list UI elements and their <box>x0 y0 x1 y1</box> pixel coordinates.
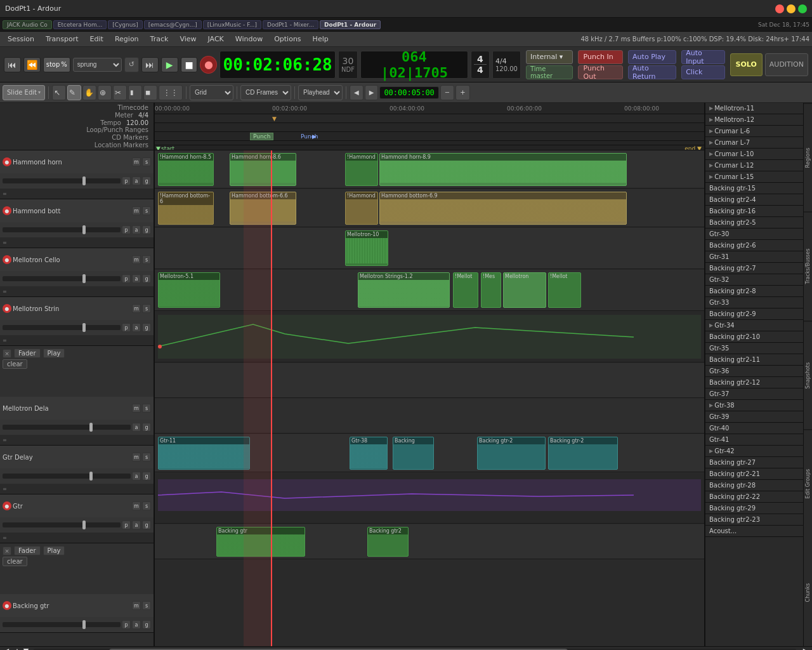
right-track-backing-gtr28[interactable]: Backing gtr-28 <box>705 480 804 491</box>
slide-edit-button[interactable]: Slide Edit ▾ <box>3 85 45 100</box>
menu-view[interactable]: View <box>174 34 201 44</box>
playlist-mellotron-cello[interactable]: p <box>122 274 131 283</box>
right-track-mellotron-11[interactable]: Mellotron-11 <box>705 103 804 114</box>
right-track-gtr37[interactable]: Gtr-37 <box>705 388 804 400</box>
ffwd-button[interactable]: ⏭ <box>141 57 159 72</box>
rec-hammond-bott[interactable]: ● <box>3 206 11 215</box>
menu-track[interactable]: Track <box>145 34 174 44</box>
tab-jack[interactable]: JACK Audio Co <box>3 20 52 29</box>
playhead-select[interactable]: Playhead Mouse Scroll <box>298 85 343 100</box>
expand-hammond-bott[interactable]: ≡ <box>0 237 154 248</box>
right-track-backing-gtr2-11[interactable]: Backing gtr2-11 <box>705 354 804 366</box>
auto-mellotron-delay[interactable]: a <box>132 423 141 432</box>
cd-frames-select[interactable]: CD Frames Beats Bars <box>240 85 291 100</box>
fader2-play-button[interactable]: Play <box>43 546 65 555</box>
menu-session[interactable]: Session <box>3 34 39 44</box>
side-tab-chunks[interactable]: Chunks <box>804 538 812 646</box>
fader1-clear-button[interactable]: clear <box>3 359 27 369</box>
right-track-backing-gtr2-6[interactable]: Backing gtr2-6 <box>705 240 804 251</box>
right-track-backing-gtr2-4[interactable]: Backing gtr2-4 <box>705 194 804 206</box>
clip-hammond-horn-partial[interactable]: !Hammond <box>345 153 378 186</box>
pencil-tool-button[interactable]: ✎ <box>67 85 81 100</box>
clip-gtr-11[interactable]: Gtr-11 <box>158 437 250 470</box>
side-tab-snapshots[interactable]: Snapshots <box>804 321 812 429</box>
clip-hammond-bott-6-9[interactable]: Hammond bottom-6.9 <box>379 192 627 225</box>
stop-button[interactable]: stop % <box>43 57 70 72</box>
menu-edit[interactable]: Edit <box>85 34 108 44</box>
menu-region[interactable]: Region <box>110 34 144 44</box>
auto-play-button[interactable]: Auto Play <box>628 50 676 64</box>
rewind-button[interactable]: ⏮ <box>4 57 21 72</box>
auto-hammond-horn[interactable]: a <box>132 176 141 185</box>
right-track-backing-gtr2-10[interactable]: Backing gtr2-10 <box>705 331 804 343</box>
rec-gtr[interactable]: ● <box>3 501 11 510</box>
tab-emacs[interactable]: [emacs@Cygn...] <box>144 20 202 29</box>
fader1-play-button[interactable]: Play <box>43 348 65 358</box>
group-gtr-delay[interactable]: g <box>142 472 151 481</box>
right-track-backing-gtr2-23[interactable]: Backing gtr2-23 <box>705 514 804 526</box>
clip-mellotron-10[interactable]: Mellotron-10 <box>345 230 388 266</box>
tracks-canvas[interactable]: !Hammond horn-8.5 Hammond horn-8.6 !Hamm… <box>155 150 704 646</box>
right-track-backing-gtr2-21[interactable]: Backing gtr2-21 <box>705 468 804 480</box>
expand-hammond-horn[interactable]: ≡ <box>0 189 154 199</box>
next-marker-button[interactable]: ▶ <box>365 85 379 100</box>
auto-mellotron-strings[interactable]: a <box>132 323 141 332</box>
right-track-crumar-l15[interactable]: Crumar L-15 <box>705 171 804 183</box>
menu-help[interactable]: Help <box>308 34 334 44</box>
right-track-gtr38[interactable]: Gtr-38 <box>705 400 804 411</box>
clip-hammond-horn-8-9[interactable]: Hammond horn-8.9 <box>379 153 627 186</box>
expand-mellotron-delay[interactable]: ≡ <box>0 435 154 445</box>
right-track-gtr42[interactable]: Gtr-42 <box>705 446 804 457</box>
grid-select[interactable]: Grid No Grid Magnetic <box>190 85 233 100</box>
auto-input-button[interactable]: Auto Input <box>681 50 724 64</box>
clip-mellotron-partial3[interactable]: Mellotron <box>503 272 546 308</box>
right-track-gtr33[interactable]: Gtr-33 <box>705 297 804 308</box>
solo-mellotron-delay[interactable]: s <box>142 404 151 413</box>
clip-gtr-38[interactable]: Gtr-38 <box>350 437 388 470</box>
auto-return-button[interactable]: Auto Return <box>628 65 676 79</box>
group-mellotron-strings[interactable]: g <box>142 323 151 332</box>
cursor-tool-button[interactable]: ↖ <box>52 85 66 100</box>
internal-button[interactable]: Internal ▾ <box>526 50 573 64</box>
side-tab-regions[interactable]: Regions <box>804 103 812 211</box>
expand-mellotron-strings[interactable]: ≡ <box>0 335 154 345</box>
right-track-gtr32[interactable]: Gtr-32 <box>705 274 804 286</box>
fader-gtr-delay[interactable] <box>3 474 131 479</box>
time-master-button[interactable]: Time master <box>526 65 573 79</box>
expand-gtr[interactable]: ≡ <box>0 533 154 543</box>
clip-mellotron-partial1[interactable]: !Mellot <box>453 272 478 308</box>
right-track-gtr30[interactable]: Gtr-30 <box>705 229 804 240</box>
side-tab-tracks-busses[interactable]: Tracks/Busses <box>804 211 812 320</box>
clip-mellotron-strings-1-2[interactable]: Mellotron Strings-1.2 <box>358 272 450 308</box>
click-button[interactable]: Click <box>681 65 724 79</box>
group-mellotron-cello[interactable]: g <box>142 274 151 283</box>
right-track-backing-gtr2-22[interactable]: Backing gtr2-22 <box>705 491 804 503</box>
right-track-crumar-l12[interactable]: Crumar L-12 <box>705 160 804 171</box>
right-track-backing-gtr2-9[interactable]: Backing gtr2-9 <box>705 308 804 320</box>
cut-tool-button[interactable]: ✂ <box>113 85 127 100</box>
menu-transport[interactable]: Transport <box>41 34 84 44</box>
fader-mellotron-cello[interactable] <box>3 276 121 281</box>
right-track-gtr41[interactable]: Gtr-41 <box>705 434 804 446</box>
playlist-hammond-horn[interactable]: p <box>122 176 131 185</box>
right-track-crumar-l10[interactable]: Crumar L-10 <box>705 149 804 160</box>
auto-backing-gtr[interactable]: a <box>132 620 141 629</box>
stop-sq-button[interactable]: ■ <box>181 57 198 72</box>
right-track-backing-gtr2-5[interactable]: Backing gtr2-5 <box>705 217 804 229</box>
fader1-x-button[interactable]: × <box>3 349 11 358</box>
mute-gtr[interactable]: m <box>132 501 141 510</box>
more-tools-button[interactable]: ◼ <box>143 85 157 100</box>
right-track-backing-gtr29[interactable]: Backing gtr-29 <box>705 503 804 514</box>
clip-hammond-bott-6[interactable]: !Hammond bottom-6 <box>158 192 214 225</box>
clip-hammond-bott-partial[interactable]: !Hammond <box>345 192 378 225</box>
menu-window[interactable]: Window <box>230 34 268 44</box>
hand-tool-button[interactable]: ✋ <box>82 85 96 100</box>
scroll-left-button[interactable]: ◀ <box>0 647 13 650</box>
expand-gtr-delay[interactable]: ≡ <box>0 484 154 494</box>
right-track-backing-gtr2-7[interactable]: Backing gtr2-7 <box>705 263 804 274</box>
right-track-gtr34[interactable]: Gtr-34 <box>705 320 804 331</box>
right-track-gtr40[interactable]: Gtr-40 <box>705 423 804 434</box>
zoom-tool-button[interactable]: ⊕ <box>98 85 112 100</box>
rec-hammond-horn[interactable]: ● <box>3 157 11 166</box>
sprung-select[interactable]: sprung non-sprung <box>73 58 122 72</box>
